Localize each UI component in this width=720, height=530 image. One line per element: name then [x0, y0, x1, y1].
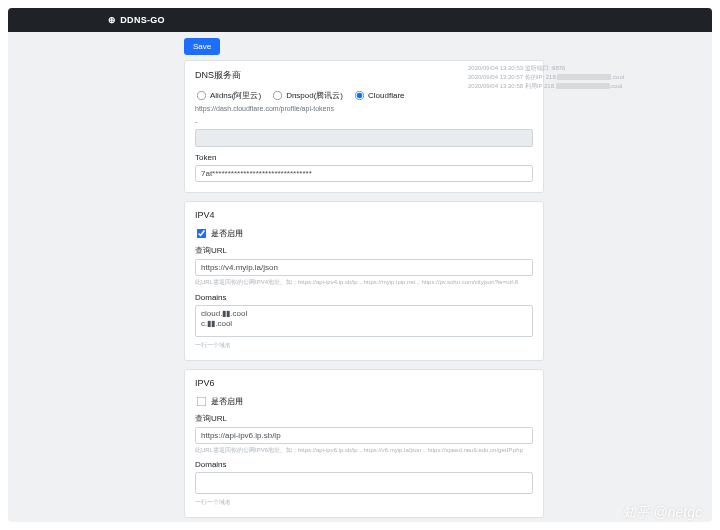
ipv4-enable-checkbox[interactable] [197, 229, 207, 239]
dns-help-link[interactable]: https://dash.cloudflare.com/profile/api-… [195, 105, 533, 112]
ipv4-url-label: 查询URL [195, 245, 533, 256]
ipv4-domains-input[interactable]: cloud.▮▮.cool c.▮▮.cool [195, 305, 533, 337]
log-row: 2020/09/04 13:20:57 你的IP: 218..cool [468, 73, 668, 82]
log-row: 2020/09/04 13:20:53 监听端口 :9876 [468, 64, 668, 73]
logs-panel: 2020/09/04 13:20:53 监听端口 :9876 2020/09/0… [468, 64, 668, 91]
ipv4-domains-hint: 一行一个域名 [195, 342, 533, 350]
watermark: 知乎 @netgc [622, 504, 702, 522]
ipv6-title: IPV6 [195, 378, 533, 388]
ipv6-card: IPV6 是否启用 查询URL 此URL需返回你的公网IPV6地址。如：http… [184, 369, 544, 519]
ipv4-card: IPV4 是否启用 查询URL 此URL需返回你的公网IPV4地址。如：http… [184, 201, 544, 361]
app-logo-icon: ⊕ [108, 15, 116, 25]
dns-dash: - [195, 117, 533, 126]
radio-alidns[interactable]: Alidns(阿里云) [195, 89, 261, 102]
radio-dnspod[interactable]: Dnspod(腾讯云) [271, 89, 343, 102]
ipv4-domains-label: Domains [195, 293, 533, 302]
topbar: ⊕ DDNS-GO [8, 8, 712, 32]
ipv4-enable-label: 是否启用 [211, 228, 243, 239]
ipv6-url-input[interactable] [195, 427, 533, 444]
page: Save DNS服务商 Alidns(阿里云) Dnspod(腾讯云) Clou… [8, 32, 712, 522]
radio-dnspod-input[interactable] [273, 91, 282, 100]
ipv6-enable-checkbox[interactable] [197, 396, 207, 406]
ipv4-title: IPV4 [195, 210, 533, 220]
radio-cloudflare[interactable]: Cloudflare [353, 89, 404, 102]
ipv6-domains-label: Domains [195, 460, 533, 469]
dns-token-label: Token [195, 153, 533, 162]
redacted-icon [557, 74, 611, 80]
ipv6-domains-input[interactable] [195, 472, 533, 494]
ipv4-url-hint: 此URL需返回你的公网IPV4地址。如：https://api-ipv4.ip.… [195, 279, 533, 287]
save-button[interactable]: Save [184, 38, 220, 55]
radio-cloudflare-input[interactable] [355, 91, 364, 100]
app-title: DDNS-GO [120, 15, 165, 25]
ipv4-url-input[interactable] [195, 259, 533, 276]
ipv6-enable-label: 是否启用 [211, 396, 243, 407]
ipv6-domains-hint: 一行一个域名 [195, 499, 533, 507]
ipv6-url-hint: 此URL需返回你的公网IPV6地址。如：https://api-ipv6.ip.… [195, 447, 533, 455]
ipv6-url-label: 查询URL [195, 413, 533, 424]
log-row: 2020/09/04 13:20:58 利用IP 218..cool [468, 82, 668, 91]
dns-token-input[interactable] [195, 165, 533, 182]
dns-secret-input [195, 129, 533, 147]
radio-alidns-input[interactable] [197, 91, 206, 100]
redacted-icon [556, 83, 610, 89]
